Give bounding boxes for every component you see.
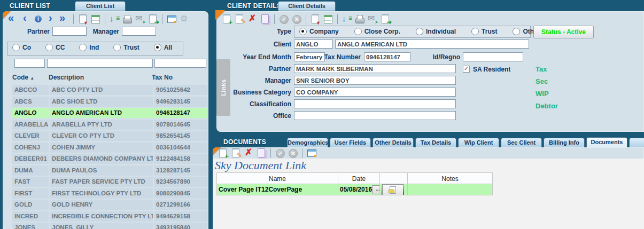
grid-icon[interactable] — [90, 13, 102, 25]
print-icon[interactable] — [354, 13, 366, 25]
client-details-toolbar — [221, 13, 391, 26]
radio-cc[interactable]: CC — [45, 44, 65, 51]
gear-icon[interactable] — [179, 13, 190, 25]
radio-close-corp[interactable]: Close Corp. — [354, 28, 400, 35]
description-search-input[interactable] — [47, 59, 153, 68]
tab-user-fields[interactable]: User Fields — [330, 138, 371, 147]
client-row-gold[interactable]: GOLDGOLD HENRY0271299166 — [5, 200, 207, 210]
quick-link-sec[interactable]: Sec — [536, 77, 558, 86]
client-row-duma[interactable]: DUMADUMA PAULOS3128287145 — [5, 165, 207, 176]
report-icon[interactable] — [77, 13, 89, 25]
tab-billing-info[interactable]: Billing Info — [544, 138, 585, 147]
taxno-search-input[interactable] — [154, 59, 206, 68]
edit-icon[interactable] — [230, 147, 242, 159]
row-selector-cell — [5, 143, 11, 153]
next-icon[interactable] — [45, 13, 57, 25]
info-icon[interactable] — [33, 13, 44, 25]
classification-field[interactable] — [294, 99, 456, 108]
partner-field[interactable] — [294, 64, 456, 73]
sa-resident-checkbox[interactable] — [463, 66, 470, 73]
open-document-button[interactable] — [382, 184, 404, 195]
quick-link-wip[interactable]: WIP — [536, 90, 558, 98]
client-row-clever[interactable]: CLEVERCLEVER CO PTY LTD9852654145 — [5, 131, 207, 141]
print-icon[interactable] — [121, 13, 133, 25]
quick-link-debtor[interactable]: Debtor — [536, 102, 558, 110]
document-row[interactable]: Cover Page IT12CoverPage05/08/2016... — [216, 184, 493, 195]
description-cell: ABC SHOE LTD — [50, 97, 153, 107]
manager-filter-input[interactable] — [122, 27, 156, 36]
export-icon[interactable] — [379, 13, 391, 25]
tab-client-details[interactable]: Client Details — [278, 1, 336, 11]
code-search-input[interactable] — [14, 59, 45, 68]
last-icon[interactable] — [58, 13, 70, 25]
radio-all[interactable]: All — [154, 44, 172, 51]
client-row-abcco[interactable]: ABCCOABC CO PTY LTD9051025642 — [5, 85, 207, 95]
code-cell: ARABELLA — [12, 120, 49, 130]
client-row-incred[interactable]: INCREDINCREDIBLE CONNECTION PTY LTD94946… — [5, 211, 207, 222]
radio-circle — [513, 28, 520, 35]
client-row-jones[interactable]: JONESJONES GILLY3493195840 — [5, 223, 207, 229]
quick-link-tax[interactable]: Tax — [536, 65, 558, 74]
tab-tax-details[interactable]: Tax Details — [415, 138, 456, 147]
tab-documents[interactable]: Documents — [586, 137, 627, 147]
taxno-column-header[interactable]: Tax No — [152, 74, 205, 81]
client-row-first[interactable]: FIRSTFIRST TECHNOLOGY PTY LTD9080290845 — [5, 188, 207, 199]
client-code-field[interactable] — [294, 40, 333, 49]
cancel-icon[interactable] — [287, 147, 299, 159]
client-row-cohenj[interactable]: COHENJCOHEN JIMMY0036104644 — [5, 143, 207, 153]
sort-icon[interactable] — [341, 13, 353, 25]
radio-label: All — [164, 44, 172, 51]
id-regno-field[interactable] — [463, 52, 523, 61]
form-icon[interactable] — [306, 147, 317, 159]
doc-date-column-header[interactable]: Date — [338, 172, 379, 184]
office-field[interactable] — [294, 111, 456, 120]
client-row-abcs[interactable]: ABCSABC SHOE LTD9496283145 — [5, 97, 207, 107]
radio-trust[interactable]: Trust — [113, 44, 139, 51]
edit-icon[interactable] — [234, 13, 245, 25]
radio-label: Trust — [482, 28, 497, 35]
radio-trust[interactable]: Trust — [471, 28, 497, 35]
mail-icon[interactable] — [367, 13, 378, 25]
tab-client-list[interactable]: Client List — [75, 1, 126, 11]
sort-icon[interactable] — [108, 13, 120, 25]
report-icon[interactable] — [309, 13, 321, 25]
copy-icon[interactable] — [255, 147, 267, 159]
accept-icon[interactable] — [278, 13, 290, 25]
date-browse-button[interactable]: ... — [372, 185, 379, 194]
radio-ind[interactable]: Ind — [79, 44, 99, 51]
export-icon[interactable] — [147, 13, 159, 25]
tab-other-details[interactable]: Other Details — [373, 138, 414, 147]
description-column-header[interactable]: Description — [49, 74, 152, 81]
tab-c[interactable]: C — [629, 138, 644, 147]
radio-individual[interactable]: Individual — [416, 28, 456, 35]
doc-notes-column-header[interactable]: Notes — [407, 172, 493, 184]
status-active-button[interactable]: Status - Active — [533, 26, 594, 38]
copy-icon[interactable] — [259, 13, 271, 25]
delete-icon[interactable] — [243, 147, 254, 159]
manager-field[interactable] — [294, 76, 456, 85]
doc-name-column-header[interactable]: Name — [216, 172, 338, 184]
cancel-icon[interactable] — [291, 13, 302, 25]
code-column-header[interactable]: Code ▲ — [12, 74, 49, 81]
code-cell: DEBEER01 — [12, 154, 49, 164]
radio-co[interactable]: Co — [12, 44, 31, 51]
panel-fold-corner — [215, 10, 225, 20]
delete-icon[interactable] — [246, 13, 258, 25]
client-row-debeer01[interactable]: DEBEER01DEBEERS DIAMOND COMPANY LTD91224… — [5, 154, 207, 164]
client-row-arabella[interactable]: ARABELLAARABELLA PTY LTD9078014645 — [5, 120, 207, 130]
accept-icon[interactable] — [274, 147, 286, 159]
client-row-fast[interactable]: FASTFAST PAPER SERVICE PTY LTD9234567890 — [5, 177, 207, 187]
client-row-anglo[interactable]: ANGLOANGLO AMERICAN LTD0946128147 — [5, 108, 207, 118]
mail-icon[interactable] — [134, 13, 146, 25]
tab-demographics[interactable]: Demographics — [287, 138, 328, 147]
tab-sec-client[interactable]: Sec Client — [501, 138, 542, 147]
business-category-field[interactable] — [294, 88, 456, 97]
client-name-field[interactable] — [335, 40, 529, 49]
form-icon[interactable] — [166, 13, 177, 25]
prev-icon[interactable] — [20, 13, 32, 25]
radio-company[interactable]: Company — [299, 28, 339, 35]
tab-wip-client[interactable]: Wip Client — [458, 138, 499, 147]
grid-icon[interactable] — [322, 13, 334, 25]
taxno-cell: 9852654145 — [154, 131, 207, 141]
code-cell: INCRED — [12, 211, 49, 222]
